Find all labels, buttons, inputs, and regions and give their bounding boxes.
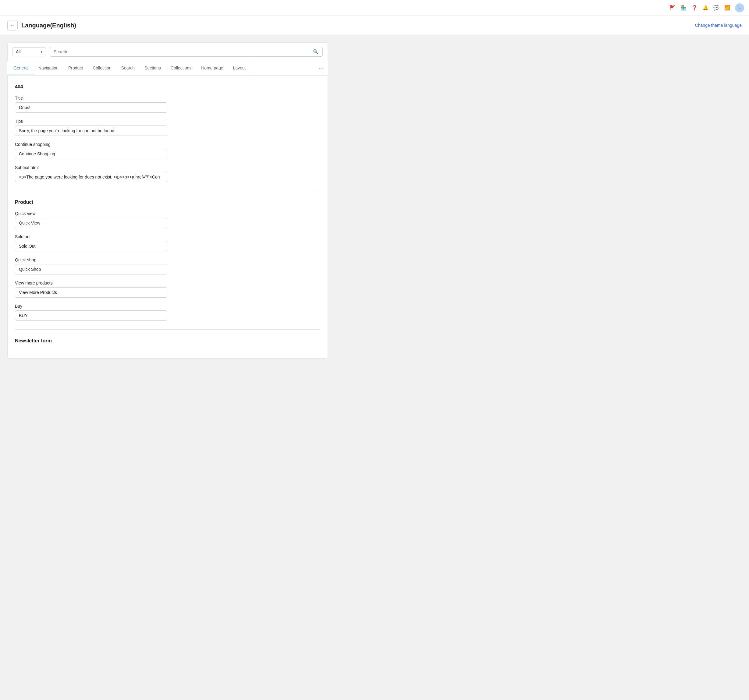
continue-shopping-input[interactable]: [15, 149, 167, 159]
tab-layout[interactable]: Layout: [228, 61, 251, 75]
quick-view-label: Quick view: [15, 211, 320, 216]
main-content: All ▾ 🔍 General Navigation Product Colle…: [0, 35, 335, 366]
subtext-html-input[interactable]: [15, 172, 167, 182]
field-group-sold-out: Sold out: [15, 234, 320, 251]
tab-search[interactable]: Search: [116, 61, 139, 75]
view-more-products-input[interactable]: [15, 287, 167, 297]
subtext-html-label: Subtext html: [15, 165, 320, 170]
sold-out-label: Sold out: [15, 234, 320, 239]
continue-shopping-label: Continue shopping: [15, 142, 320, 147]
notification-icon[interactable]: 🔔: [702, 5, 709, 11]
quick-view-input[interactable]: [15, 218, 167, 228]
chat-icon[interactable]: 💬: [713, 5, 720, 11]
flag-icon[interactable]: 🚩: [669, 5, 676, 11]
field-group-quick-view: Quick view: [15, 211, 320, 228]
tab-collections[interactable]: Collections: [166, 61, 196, 75]
sold-out-input[interactable]: [15, 241, 167, 251]
page-header-left: ← Language(English): [7, 20, 76, 31]
avatar[interactable]: L: [735, 3, 744, 12]
page-title: Language(English): [21, 22, 76, 29]
chevron-down-icon: ▾: [41, 50, 43, 54]
search-input[interactable]: [54, 49, 310, 54]
title-input[interactable]: [15, 102, 167, 113]
field-group-subtext-html: Subtext html: [15, 165, 320, 182]
field-group-quick-shop: Quick shop: [15, 258, 320, 275]
back-arrow-icon: ←: [10, 23, 15, 28]
search-field-wrapper: 🔍: [50, 47, 323, 56]
tabs-bar: General Navigation Product Collection Se…: [7, 61, 328, 76]
store-icon[interactable]: 🏪: [680, 5, 687, 11]
section-divider-1: [15, 191, 320, 191]
field-group-buy: Buy: [15, 304, 320, 321]
filter-select[interactable]: All ▾: [12, 47, 46, 56]
tab-homepage[interactable]: Home page: [196, 61, 228, 75]
section-newsletter-heading: Newsletter form: [15, 338, 320, 344]
field-group-continue-shopping: Continue shopping: [15, 142, 320, 159]
section-404-heading: 404: [15, 84, 320, 90]
tab-navigation[interactable]: Navigation: [34, 61, 63, 75]
tab-sections[interactable]: Sections: [139, 61, 166, 75]
topbar: 🚩 🏪 ❓ 🔔 💬 📶 L: [0, 0, 749, 16]
tips-label: Tips: [15, 119, 320, 124]
view-more-products-label: View more products: [15, 281, 320, 285]
tab-product[interactable]: Product: [63, 61, 88, 75]
field-group-title: Title: [15, 96, 320, 113]
help-icon[interactable]: ❓: [691, 5, 698, 11]
tab-divider: [252, 65, 252, 72]
section-divider-2: [15, 329, 320, 329]
change-theme-language-link[interactable]: Change theme language: [695, 23, 742, 28]
tips-input[interactable]: [15, 125, 167, 136]
tab-collection[interactable]: Collection: [88, 61, 116, 75]
filter-select-label: All: [16, 49, 39, 54]
tab-general[interactable]: General: [9, 61, 34, 75]
field-group-tips: Tips: [15, 119, 320, 136]
buy-label: Buy: [15, 304, 320, 308]
section-product-heading: Product: [15, 200, 320, 205]
title-label: Title: [15, 96, 320, 101]
quick-shop-label: Quick shop: [15, 258, 320, 262]
back-button[interactable]: ←: [7, 20, 18, 31]
field-group-view-more-products: View more products: [15, 281, 320, 297]
filter-row: All ▾ 🔍: [7, 42, 328, 61]
wifi-icon[interactable]: 📶: [724, 5, 731, 11]
content-card: 404 Title Tips Continue shopping Subtext…: [7, 76, 328, 358]
quick-shop-input[interactable]: [15, 264, 167, 275]
search-icon: 🔍: [313, 49, 319, 55]
tab-more-button[interactable]: ···: [315, 61, 327, 75]
page-header: ← Language(English) Change theme languag…: [0, 16, 749, 35]
buy-input[interactable]: [15, 310, 167, 321]
